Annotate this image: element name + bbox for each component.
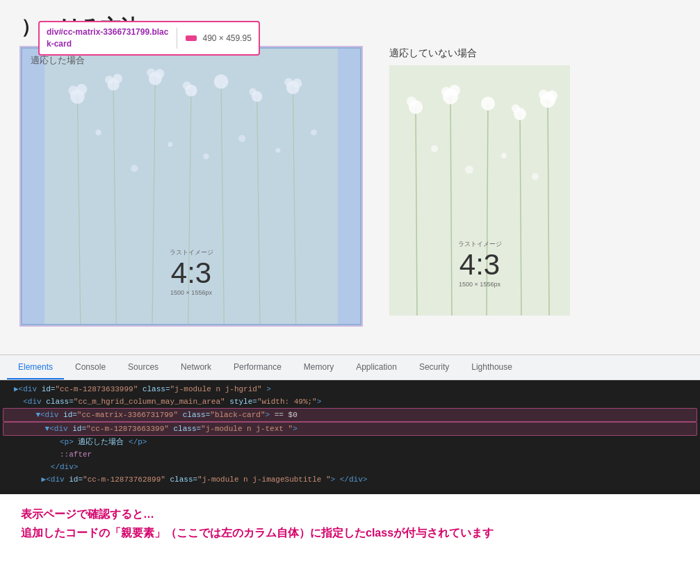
svg-point-39 [449,85,460,96]
svg-point-27 [168,142,172,147]
tab-application[interactable]: Application [345,355,408,379]
svg-point-15 [183,81,191,90]
svg-point-29 [238,135,245,142]
svg-point-7 [105,76,113,84]
tooltip-divider [177,28,177,49]
svg-point-12 [154,69,164,79]
tab-network[interactable]: Network [170,355,222,379]
tab-sources[interactable]: Sources [117,355,170,379]
svg-point-8 [113,74,122,83]
right-aspect-overlay: ラストイメージ 4:3 1500 × 1556px [458,240,502,288]
svg-point-28 [203,154,209,160]
tab-memory[interactable]: Memory [293,355,345,379]
svg-point-31 [311,129,317,136]
code-line-8: ▶<div id="cc-m-12873762899" class="j-mod… [0,473,700,486]
right-image-container: ラストイメージ 4:3 1500 × 1556px [389,65,570,316]
right-aspect-ratio: 4:3 [459,248,500,281]
svg-point-35 [407,97,416,106]
svg-point-48 [546,90,557,101]
svg-point-50 [465,165,473,174]
tooltip-color-swatch [186,35,197,41]
right-aspect-size: 1500 × 1556px [458,281,502,288]
tooltip-size: 490 × 459.95 [202,33,251,43]
svg-point-23 [284,78,293,86]
bottom-text-1: 表示ページで確認すると… [21,507,679,522]
tooltip-element-name: div#cc-matrix-3366731799.blac k-card [47,26,168,50]
code-line-2: <div class="cc_m_hgrid_column_may_main_a… [0,395,700,408]
left-aspect-ratio: 4:3 [171,256,211,289]
tab-elements[interactable]: Elements [7,355,64,379]
devtools-tabs: Elements Console Sources Network Perform… [0,355,700,380]
right-column-label: 適応していない場合 [389,47,679,60]
webpage-preview: ）つける方法 div#cc-matrix-3366731799.blac k-c… [0,0,700,354]
left-aspect-overlay: ラストイメージ 4:3 1500 × 1556px [170,248,213,296]
svg-point-4 [76,84,87,95]
left-aspect-size: 1500 × 1556px [170,289,213,296]
svg-point-20 [250,88,257,95]
code-line-6: ::after [0,448,700,461]
svg-point-51 [501,153,507,158]
tab-performance[interactable]: Performance [222,355,293,379]
svg-point-24 [292,79,302,88]
element-tooltip: div#cc-matrix-3366731799.blac k-card 490… [38,21,260,56]
tab-security[interactable]: Security [408,355,460,379]
svg-point-49 [431,145,438,152]
svg-point-30 [275,148,280,153]
bottom-text-area: 表示ページで確認すると… 追加したコードの「親要素」（ここでは左のカラム自体）に… [0,493,700,555]
left-column-label: 適応した場合 [31,54,85,67]
devtools-content: ▶<div id="cc-m-12873633999" class="j-mod… [0,380,700,494]
code-line-4: ▼<div id="cc-m-12873663399" class="j-mod… [3,422,697,436]
tab-console[interactable]: Console [64,355,117,379]
svg-point-41 [481,97,495,111]
code-line-7: </div> [0,461,700,473]
tab-lighthouse[interactable]: Lighthouse [460,355,523,379]
left-floral-image: ラストイメージ 4:3 1500 × 1556px [22,49,360,324]
svg-point-25 [95,129,101,136]
left-column: ラストイメージ 4:3 1500 × 1556px 適応した場合 [21,47,361,325]
content-columns: ラストイメージ 4:3 1500 × 1556px 適応した場合 適応していない… [0,47,700,325]
svg-point-11 [147,68,155,76]
svg-point-44 [512,104,520,113]
right-column: 適応していない場合 [389,47,679,325]
svg-point-17 [214,74,229,89]
bottom-text-2: 追加したコードの「親要素」（ここでは左のカラム自体）に指定したclassが付与さ… [21,526,679,541]
code-line-1: ▶<div id="cc-m-12873633999" class="j-mod… [0,383,700,395]
devtools-panel: Elements Console Sources Network Perform… [0,354,700,493]
code-line-5: <p> 適応した場合 </p> [0,436,700,448]
svg-point-52 [532,173,539,180]
code-line-3: ▼<div id="cc-matrix-3366731799" class="b… [3,408,697,422]
svg-point-26 [131,165,138,172]
